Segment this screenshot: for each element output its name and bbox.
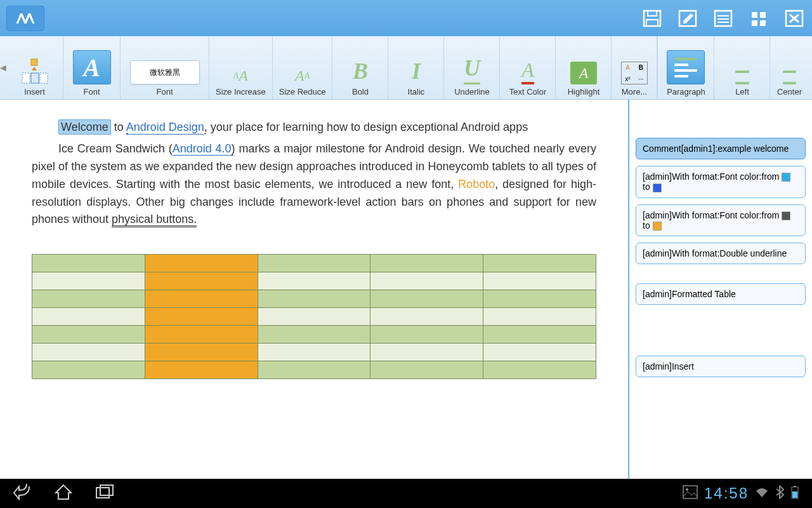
comment-item[interactable]: [admin]With format:Font color:from to [636,166,806,198]
tab-label: Highlight [568,87,600,97]
back-icon[interactable] [13,484,32,503]
close-icon[interactable] [783,8,806,29]
text-color-icon: A [521,58,534,84]
svg-rect-19 [96,488,109,498]
svg-rect-21 [683,486,697,498]
list-icon[interactable] [712,8,735,29]
tab-label: Left [735,87,749,97]
wifi-icon [755,486,769,501]
color-swatch [653,222,662,231]
text: to [111,121,126,133]
text: Ice Cream Sandwich ( [58,142,173,155]
tab-label: Size Increase [216,87,266,97]
tab-label: Italic [408,87,425,97]
edit-icon[interactable] [676,8,699,29]
home-icon[interactable] [55,484,72,503]
save-icon[interactable] [641,8,664,29]
svg-rect-18 [40,73,48,83]
ribbon: ◄ Insert A Font 微软雅黑 Font AA Size Increa… [0,36,812,100]
btn-more[interactable]: ABx²··· More... [612,36,657,99]
color-swatch [653,184,662,192]
roboto-word: Roboto [458,178,495,190]
btn-underline[interactable]: U Underline [444,36,500,99]
tab-label: Center [777,87,802,97]
tab-insert[interactable]: Insert [6,36,63,99]
tab-paragraph[interactable]: Paragraph [657,36,714,99]
btn-text-color[interactable]: A Text Color [500,36,556,99]
comment-text: to [643,182,653,192]
comment-item[interactable]: [admin]With format:Font color:from to [636,204,806,237]
svg-point-22 [686,488,688,491]
link-android-40[interactable]: Android 4.0 [173,142,232,156]
tab-label: Bold [352,87,369,97]
comments-panel: Comment[admin1]:example welcome [admin]W… [628,100,812,479]
comment-text: [admin]Formatted Table [643,289,736,299]
comment-item[interactable]: [admin]Insert [636,356,806,377]
svg-rect-8 [752,12,757,18]
svg-rect-10 [752,20,757,26]
tab-label: Text Color [509,87,547,97]
comment-item[interactable]: [admin]With format:Double underline [636,243,806,264]
underline-icon: U [464,55,480,84]
tab-label: More... [622,87,647,97]
comment-text: [admin]With format:Double underline [643,248,787,258]
tab-label: Font [156,87,173,97]
tab-label: Font [83,87,100,97]
tab-label: Underline [454,87,490,97]
bluetooth-icon [775,485,784,502]
text-underlined: , your place for learning how to design … [204,121,528,134]
btn-highlight[interactable]: A Highlight [556,36,612,99]
color-swatch [782,173,790,182]
comment-text: to [643,220,653,231]
align-center-icon [778,65,801,84]
svg-rect-24 [794,486,796,487]
btn-italic[interactable]: I Italic [388,36,444,99]
italic-icon: I [412,58,421,84]
comment-text: Comment[admin1]:example welcome [643,144,789,154]
svg-rect-2 [646,20,658,26]
paragraph-1: Welcome to Android Design, your place fo… [32,119,596,137]
btn-align-left[interactable]: Left [714,36,770,99]
paragraph-icon [667,50,705,84]
titlebar [0,0,812,36]
document-table[interactable] [32,254,596,379]
svg-rect-16 [22,73,30,83]
text-double-underline: physical buttons. [112,213,197,227]
svg-rect-17 [31,73,39,83]
tab-label: Size Reduce [279,87,326,97]
text-underlined: ) marks a major milestone for Android de… [232,142,465,156]
paragraph-2: Ice Cream Sandwich (Android 4.0) marks a… [32,140,596,229]
size-increase-icon: AA [233,67,248,84]
tab-label: Insert [24,87,45,97]
tab-label: Paragraph [667,87,705,97]
font-name: 微软雅黑 [150,67,180,78]
grid-icon[interactable] [747,8,770,29]
comment-text: [admin]Insert [643,361,694,371]
comment-item[interactable]: Comment[admin1]:example welcome [636,138,806,159]
font-selector-group: 微软雅黑 Font [121,36,209,99]
clock[interactable]: 14:58 [704,485,749,502]
btn-align-center[interactable]: Center [770,36,808,99]
android-navbar: 14:58 [0,479,812,508]
insert-icon [21,58,49,84]
btn-size-increase[interactable]: AA Size Increase [209,36,273,99]
app-logo[interactable] [6,6,44,31]
gallery-icon[interactable] [683,485,698,502]
tab-font[interactable]: A Font [63,36,121,99]
battery-icon [790,485,799,502]
document[interactable]: Welcome to Android Design, your place fo… [0,100,628,479]
comment-item[interactable]: [admin]Formatted Table [636,283,806,305]
comment-text: [admin]With format:Font color:from [643,210,782,220]
bold-icon: B [353,58,368,84]
link-android-design[interactable]: Android Design [126,121,204,135]
align-left-icon [731,65,754,84]
svg-rect-9 [760,12,766,18]
btn-bold[interactable]: B Bold [332,36,388,99]
ribbon-scroll-left[interactable]: ◄ [0,36,6,99]
recent-apps-icon[interactable] [95,484,114,503]
svg-rect-11 [760,20,766,26]
btn-size-reduce[interactable]: AA Size Reduce [273,36,333,99]
welcome-highlight[interactable]: Welcome [58,119,111,135]
font-dropdown[interactable]: 微软雅黑 [130,60,200,84]
color-swatch [782,211,790,220]
